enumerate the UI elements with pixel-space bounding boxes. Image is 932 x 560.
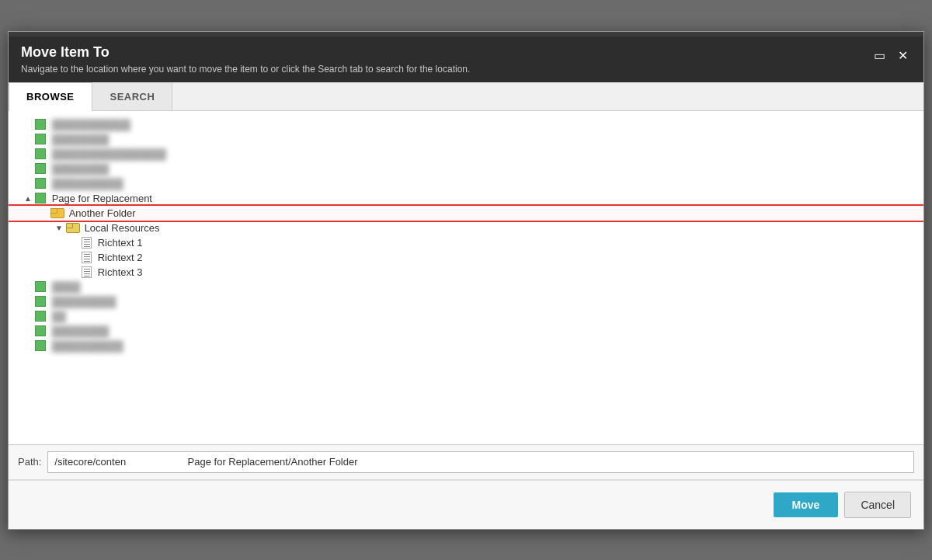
item-label: █████████ (52, 296, 116, 308)
path-bar: Path: (9, 445, 923, 480)
page-icon (35, 340, 46, 351)
page-icon (35, 119, 46, 130)
richtext-icon (82, 252, 92, 263)
path-input[interactable] (47, 451, 914, 473)
item-label: ██ (52, 311, 66, 322)
close-button[interactable]: ✕ (894, 47, 911, 64)
tab-browse[interactable]: BROWSE (9, 82, 92, 111)
item-label: Richtext 1 (98, 237, 143, 249)
cancel-button[interactable]: Cancel (844, 492, 911, 518)
page-icon (35, 193, 46, 203)
tree-item-another-folder[interactable]: Another Folder (9, 206, 923, 221)
move-item-dialog: Move Item To Navigate to the location wh… (8, 31, 924, 530)
page-icon (35, 178, 46, 189)
page-icon (35, 325, 46, 336)
tree-item-page-for-replacement[interactable]: ▲ Page for Replacement (9, 191, 923, 206)
richtext-icon (82, 237, 92, 249)
list-item[interactable]: ████ (9, 280, 923, 294)
page-icon (35, 163, 46, 174)
item-label: ████████ (52, 134, 110, 145)
folder-icon (66, 223, 78, 233)
list-item[interactable]: ████████████████ (9, 147, 923, 162)
dialog-header-left: Move Item To Navigate to the location wh… (21, 44, 470, 75)
item-label: Richtext 2 (98, 252, 143, 263)
tree-container[interactable]: ███████████ ████████ ████████████████ ██… (9, 111, 923, 445)
list-item[interactable]: ██████████ (9, 176, 923, 191)
dialog-header-controls: ▭ ✕ (871, 47, 911, 64)
tree-item-local-resources[interactable]: ▼ Local Resources (9, 221, 923, 235)
item-label: ██████████ (52, 340, 123, 352)
move-button[interactable]: Move (774, 492, 839, 517)
dialog-title: Move Item To (21, 44, 470, 61)
item-label: ████ (52, 281, 81, 293)
item-label: ███████████ (52, 119, 130, 130)
tree-item-richtext-1[interactable]: Richtext 1 (9, 235, 923, 250)
list-item[interactable]: ████████ (9, 132, 923, 147)
item-label: ████████ (52, 325, 110, 337)
item-label: Page for Replacement (52, 193, 152, 204)
page-icon (35, 311, 46, 322)
tabs-bar: BROWSE SEARCH (9, 82, 923, 111)
tab-search[interactable]: SEARCH (92, 82, 173, 110)
folder-icon (50, 208, 63, 218)
maximize-button[interactable]: ▭ (871, 47, 888, 64)
list-item[interactable]: ██████████ (9, 339, 923, 353)
item-label: ████████████████ (52, 148, 166, 160)
tree-item-richtext-2[interactable]: Richtext 2 (9, 250, 923, 265)
richtext-icon (82, 266, 92, 278)
page-icon (35, 134, 46, 144)
dialog-header: Move Item To Navigate to the location wh… (9, 37, 923, 82)
toggle-icon[interactable]: ▼ (55, 224, 66, 232)
tree-item-richtext-3[interactable]: Richtext 3 (9, 265, 923, 280)
item-label: ████████ (52, 163, 110, 175)
list-item[interactable]: ████████ (9, 162, 923, 176)
page-icon (35, 281, 46, 292)
item-label: ██████████ (52, 178, 123, 190)
item-label: Richtext 3 (98, 266, 143, 278)
list-item[interactable]: ██ (9, 309, 923, 324)
path-label: Path: (18, 456, 41, 468)
dialog-footer: Move Cancel (9, 480, 923, 529)
item-label: Another Folder (69, 207, 136, 219)
item-label: Local Resources (85, 222, 160, 234)
toggle-icon[interactable]: ▲ (24, 194, 35, 203)
list-item[interactable]: ████████ (9, 324, 923, 339)
list-item[interactable]: ███████████ (9, 117, 923, 132)
page-icon (35, 148, 46, 159)
list-item[interactable]: █████████ (9, 294, 923, 309)
dialog-subtitle: Navigate to the location where you want … (21, 64, 470, 75)
page-icon (35, 296, 46, 307)
